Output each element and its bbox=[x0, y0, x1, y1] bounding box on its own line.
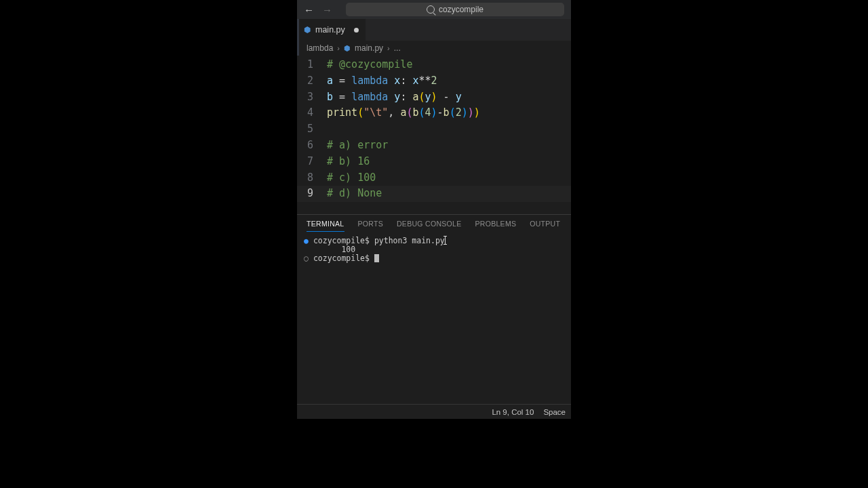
line-number: 5 bbox=[297, 121, 327, 138]
indentation[interactable]: Space bbox=[543, 408, 566, 416]
python-icon: ⬢ bbox=[344, 44, 351, 53]
tab-label: main.py bbox=[315, 25, 345, 35]
line-number: 2 bbox=[297, 73, 327, 89]
vscode-window: ← → cozycompile ⬢ main.py lambda › ⬢ mai… bbox=[297, 0, 571, 419]
text-cursor-icon bbox=[445, 236, 446, 245]
cursor-position[interactable]: Ln 9, Col 10 bbox=[492, 408, 534, 416]
code-line: 2 a = lambda x: x**2 bbox=[297, 73, 571, 89]
bullet-icon: ● bbox=[304, 236, 309, 245]
line-number: 6 bbox=[297, 138, 327, 154]
code-editor[interactable]: 1 # @cozycompile 2 a = lambda x: x**2 3 … bbox=[297, 56, 571, 214]
tab-terminal[interactable]: TERMINAL bbox=[307, 220, 344, 232]
back-icon[interactable]: ← bbox=[304, 4, 314, 16]
code-line: 9 # d) None bbox=[297, 186, 571, 202]
code-line: 5 bbox=[297, 121, 571, 138]
prompt: cozycompile$ bbox=[313, 253, 374, 263]
line-number: 3 bbox=[297, 89, 327, 106]
line-number: 9 bbox=[297, 186, 327, 202]
tab-output[interactable]: OUTPUT bbox=[530, 220, 560, 228]
breadcrumb-folder[interactable]: lambda bbox=[307, 43, 333, 53]
line-number: 8 bbox=[297, 170, 327, 186]
terminal-output: 100 bbox=[304, 245, 355, 254]
bottom-panel: TERMINAL PORTS DEBUG CONSOLE PROBLEMS OU… bbox=[297, 214, 571, 404]
cursor-icon bbox=[374, 254, 379, 262]
python-icon: ⬢ bbox=[304, 25, 311, 35]
tab-ports[interactable]: PORTS bbox=[358, 220, 383, 228]
forward-icon[interactable]: → bbox=[322, 4, 332, 16]
code-line: 6 # a) error bbox=[297, 138, 571, 154]
breadcrumb-tail[interactable]: ... bbox=[394, 43, 401, 53]
status-bar: Ln 9, Col 10 Space bbox=[297, 404, 571, 419]
tab-bar: ⬢ main.py bbox=[297, 19, 571, 41]
search-icon bbox=[427, 5, 435, 14]
command: python3 main.py bbox=[374, 236, 445, 245]
tab-debug-console[interactable]: DEBUG CONSOLE bbox=[397, 220, 462, 228]
panel-tabs: TERMINAL PORTS DEBUG CONSOLE PROBLEMS OU… bbox=[297, 215, 571, 232]
line-number: 7 bbox=[297, 154, 327, 170]
breadcrumb[interactable]: lambda › ⬢ main.py › ... bbox=[297, 41, 571, 56]
bullet-icon: ○ bbox=[304, 253, 309, 263]
line-number: 1 bbox=[297, 57, 327, 73]
command-center[interactable]: cozycompile bbox=[346, 3, 564, 16]
chevron-right-icon: › bbox=[387, 44, 390, 52]
tab-main-py[interactable]: ⬢ main.py bbox=[297, 19, 366, 41]
title-bar: ← → cozycompile bbox=[297, 0, 571, 19]
nav-arrows: ← → bbox=[304, 4, 332, 16]
code-line: 4 print("\t", a(b(4)-b(2))) bbox=[297, 105, 571, 121]
chevron-right-icon: › bbox=[337, 44, 340, 52]
terminal[interactable]: ● cozycompile$ python3 main.py 100 ○ coz… bbox=[297, 232, 571, 404]
code-line: 8 # c) 100 bbox=[297, 170, 571, 186]
prompt: cozycompile$ bbox=[313, 236, 374, 245]
search-text: cozycompile bbox=[439, 5, 484, 14]
dirty-indicator-icon bbox=[354, 28, 359, 33]
tab-problems[interactable]: PROBLEMS bbox=[475, 220, 517, 228]
breadcrumb-file[interactable]: main.py bbox=[355, 43, 383, 53]
code-line: 3 b = lambda y: a(y) - y bbox=[297, 89, 571, 106]
code-line: 7 # b) 16 bbox=[297, 154, 571, 170]
code-line: 1 # @cozycompile bbox=[297, 57, 571, 73]
line-number: 4 bbox=[297, 105, 327, 121]
